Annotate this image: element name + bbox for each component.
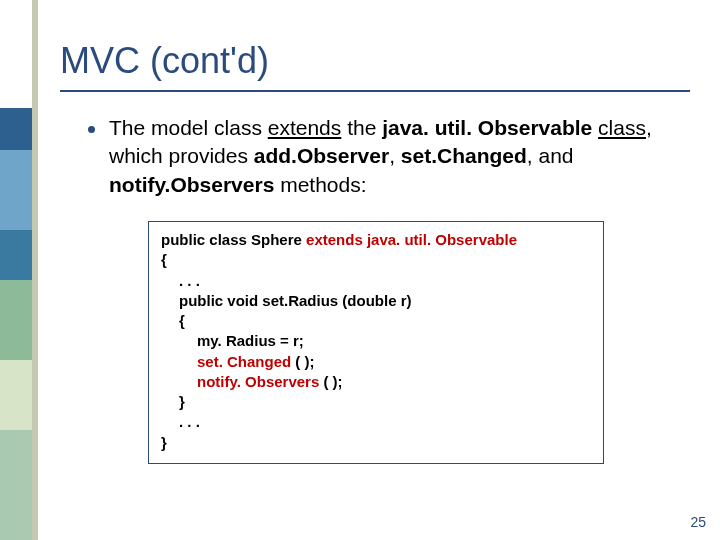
code-line: } [161, 433, 591, 453]
bullet-dot [88, 126, 95, 133]
code-line: public void set.Radius (double r) [161, 291, 591, 311]
slide-title: MVC (cont'd) [60, 40, 690, 82]
code-line: my. Radius = r; [161, 331, 591, 351]
text: methods: [274, 173, 366, 196]
code-line: public class Sphere extends java. util. … [161, 230, 591, 250]
code-box: public class Sphere extends java. util. … [148, 221, 604, 464]
code-line: . . . [161, 271, 591, 291]
slide-body: The model class extends the java. util. … [88, 114, 690, 464]
text-bold: notify.Observers [109, 173, 274, 196]
code-line: set. Changed ( ); [161, 352, 591, 372]
text: The model class [109, 116, 268, 139]
code-line: notify. Observers ( ); [161, 372, 591, 392]
code-line: { [161, 250, 591, 270]
page-number: 25 [690, 514, 706, 530]
text-bold: set.Changed [401, 144, 527, 167]
slide-content: MVC (cont'd) The model class extends the… [60, 40, 690, 464]
code-highlight: extends java. util. Observable [306, 231, 517, 248]
text-underline: class [598, 116, 646, 139]
code-text: public class Sphere [161, 231, 306, 248]
bullet-text: The model class extends the java. util. … [109, 114, 690, 199]
text: , and [527, 144, 574, 167]
code-text: ( ); [291, 353, 314, 370]
code-line: { [161, 311, 591, 331]
title-rule [60, 90, 690, 92]
text-bold: java. util. Observable [382, 116, 592, 139]
text: the [341, 116, 382, 139]
code-line: } [161, 392, 591, 412]
code-highlight: set. Changed [197, 353, 291, 370]
text-underline: extends [268, 116, 342, 139]
code-highlight: notify. Observers [197, 373, 319, 390]
text-bold: add.Observer [254, 144, 389, 167]
code-text: ( ); [319, 373, 342, 390]
side-decoration-edge [0, 0, 38, 540]
text: , [389, 144, 401, 167]
bullet-item: The model class extends the java. util. … [88, 114, 690, 199]
code-line: . . . [161, 412, 591, 432]
